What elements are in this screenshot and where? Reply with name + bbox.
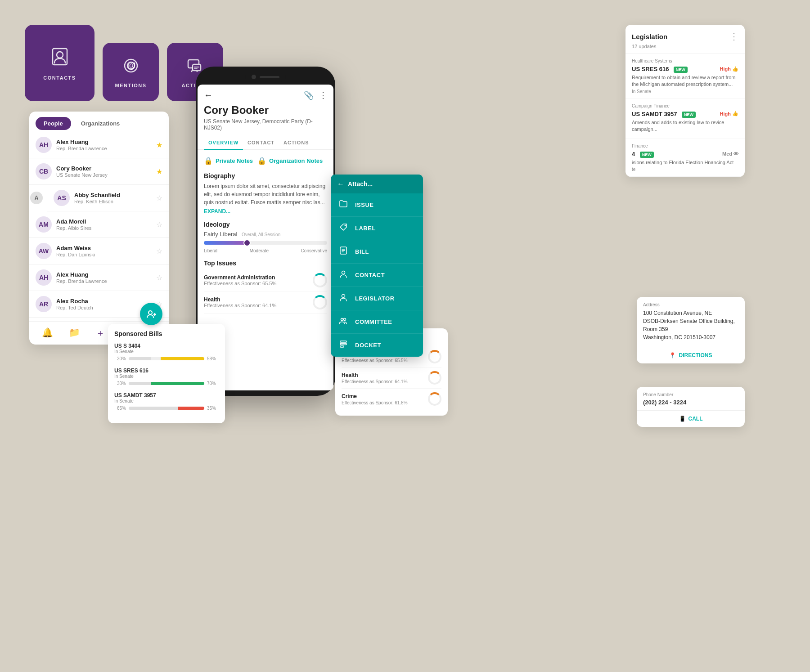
attach-contact-item[interactable]: CONTACT [331,264,423,287]
attach-legislator-item[interactable]: LEGISLATOR [331,287,423,310]
bell-icon[interactable]: 🔔 [42,327,53,339]
bar-bg [129,382,204,385]
contact-subtitle: US Senate New Jersey, Democratic Party (… [198,118,333,136]
list-item[interactable]: A AS Abby Schanfield Rep. Keith Ellison … [47,185,169,211]
phone-icon: 📱 [679,416,686,422]
contacts-app-icon[interactable]: CONTACTS [25,25,94,101]
attach-committee-label: COMMITTEE [355,318,392,325]
leg-bill-name: US SAMDT 3957 [632,111,677,117]
leg-bill-row: 4 NEW Med 👁 [632,150,738,158]
attach-bill-item[interactable]: BILL [331,240,423,264]
bar-left [129,357,151,360]
svg-text:@: @ [127,61,135,70]
contact-list: AH Alex Huang Rep. Brenda Lawrence ★ CB … [29,132,169,318]
svg-point-17 [342,271,345,274]
attach-label-item[interactable]: LABEL [331,217,423,240]
leg-desc: isions relating to Florida Election Hnan… [632,159,738,166]
leg-category: Campaign Finance [632,103,738,108]
attach-committee-item[interactable]: COMMITTEE [331,310,423,334]
top-issue-item: Crime Effectiveness as Sponsor: 61.8% [342,389,441,409]
bar-left [129,382,151,385]
speaker-notch [260,76,279,78]
mentions-app-icon[interactable]: @ MENTIONS [103,43,159,101]
tab-actions[interactable]: ACTIONS [279,136,314,150]
leg-bill-row: US SRES 616 NEW High 👍 [632,65,738,73]
section-letter: A [30,192,43,204]
attach-icon[interactable]: 📎 [304,90,314,100]
svg-point-18 [342,295,345,298]
svg-rect-22 [340,344,346,345]
list-item[interactable]: AM Ada Morell Rep. Albio Sires ☆ [29,211,169,238]
tab-contact[interactable]: CONTACT [243,136,279,150]
private-notes-icon: 🔒 [204,157,213,165]
donut-chart [428,371,441,385]
leg-item[interactable]: Healthcare Systems US SRES 616 NEW High … [626,54,745,99]
star-empty-icon[interactable]: ☆ [156,194,162,202]
star-empty-icon[interactable]: ☆ [156,273,162,282]
attach-docket-label: DOCKET [355,342,381,349]
leg-item[interactable]: Campaign Finance US SAMDT 3957 NEW High … [626,99,745,139]
contact-name: Abby Schanfield [74,192,156,198]
org-notes-button[interactable]: 🔒 Organization Notes [257,157,323,165]
leg-header: Legislation ⋮ [626,25,745,44]
back-button[interactable]: ← [204,90,213,100]
list-item[interactable]: AH Alex Huang Rep. Brenda Lawrence ☆ [29,264,169,291]
contacts-list-panel: People Organizations AH Alex Huang Rep. … [29,112,169,345]
app-icons-group: CONTACTS @ MENTIONS ACTIONS [25,25,223,101]
add-contact-button[interactable] [140,303,162,325]
attach-issue-label: ISSUE [355,202,374,208]
list-item[interactable]: AR Alex Rocha Rep. Ted Deutch ☆ [29,291,169,318]
star-icon[interactable]: ★ [156,141,162,149]
contact-name: Alex Rocha [56,298,156,305]
attach-dropdown: ← Attach... ISSUE LABEL BILL CONTACT LEG… [331,175,423,357]
phone-number: (202) 224 - 3224 [637,399,745,410]
leg-more-icon[interactable]: ⋮ [729,31,738,42]
tab-people[interactable]: People [36,117,71,130]
expand-link[interactable]: EXPAND... [204,208,327,215]
tab-overview[interactable]: OVERVIEW [204,136,243,150]
list-item[interactable]: CB Cory Booker US Senate New Jersey ★ [29,158,169,185]
bar-right [151,382,204,385]
private-notes-button[interactable]: 🔒 Private Notes [204,157,253,165]
avatar: AM [36,216,52,233]
phone-number-card: Phone Number (202) 224 - 3224 📱 CALL [637,387,745,427]
leg-priority: High 👍 [720,66,738,72]
mentions-label: MENTIONS [115,83,146,88]
attach-docket-item[interactable]: DOCKET [331,334,423,357]
call-button[interactable]: 📱 CALL [637,410,745,427]
ideology-label: Fairly Liberal Overall, All Session [204,231,327,237]
directions-icon: 📍 [669,352,676,358]
new-badge: NEW [682,112,696,118]
leg-category: Healthcare Systems [632,58,738,63]
star-empty-icon[interactable]: ☆ [156,220,162,229]
ideology-dot [243,239,251,246]
tab-organizations[interactable]: Organizations [73,117,128,130]
attach-back-button[interactable]: ← [337,180,344,188]
star-icon[interactable]: ★ [156,167,162,176]
leg-priority: High 👍 [720,111,738,116]
folder-icon [339,199,349,211]
svg-point-19 [341,318,343,321]
address-label: Address [637,297,745,309]
phone-label: Phone Number [637,387,745,399]
more-options-icon[interactable]: ⋮ [319,90,327,100]
leg-desc: Amends and adds to existing law to revic… [632,119,738,133]
svg-point-9 [148,311,152,314]
attach-issue-item[interactable]: ISSUE [331,193,423,217]
contact-sub: Rep. Dan Lipinski [56,252,156,257]
add-icon[interactable]: ＋ [96,327,105,339]
bill-bar: 30% 58% [114,356,219,361]
contact-title: Cory Booker [198,104,333,118]
phone-content: 🔒 Private Notes 🔒 Organization Notes Bio… [198,150,333,320]
contact-name: Adam Weiss [56,245,156,251]
phone-notch [245,72,286,82]
list-item[interactable]: AW Adam Weiss Rep. Dan Lipinski ☆ [29,238,169,264]
star-empty-icon[interactable]: ☆ [156,247,162,255]
directions-button[interactable]: 📍 DIRECTIONS [637,347,745,363]
leg-bill-name: 4 [632,151,635,157]
list-item[interactable]: AH Alex Huang Rep. Brenda Lawrence ★ [29,132,169,158]
contact-name: Alex Huang [56,271,156,278]
folder-icon[interactable]: 📁 [69,327,80,339]
svg-rect-21 [340,341,346,342]
leg-item[interactable]: Finance 4 NEW Med 👁 isions relating to F… [626,139,745,177]
